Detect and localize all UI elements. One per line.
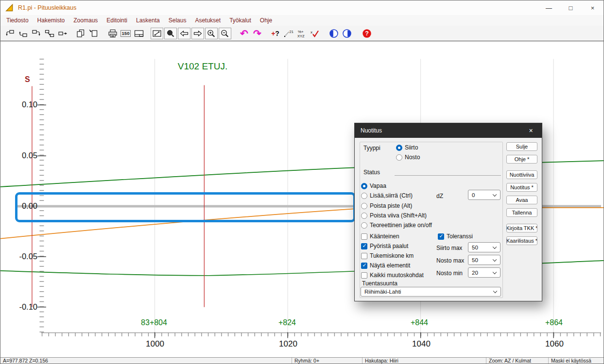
query-point-icon[interactable]: +? <box>269 27 282 40</box>
titlebar[interactable]: R1.pi - Pituusleikkaus — □ × <box>0 0 604 15</box>
print-icon[interactable] <box>106 27 119 40</box>
dz-combo[interactable]: 0 <box>468 190 500 200</box>
y-tick-label: 0.10 <box>3 100 37 109</box>
copy-icon[interactable] <box>74 27 87 40</box>
menubar: Tiedosto Hakemisto Zoomaus Editointi Las… <box>0 15 604 26</box>
minimize-button[interactable]: — <box>538 0 560 15</box>
pan-left-glyph <box>179 29 190 38</box>
window-title: R1.pi - Pituusleikkaus <box>18 4 76 11</box>
menu-hakemisto[interactable]: Hakemisto <box>33 15 69 26</box>
swap-panes-icon[interactable] <box>43 27 56 40</box>
menu-zoomaus[interactable]: Zoomaus <box>69 15 102 26</box>
menu-asetukset[interactable]: Asetukset <box>190 15 225 26</box>
move-pane-right-glyph <box>57 29 68 38</box>
radio-nosto-label: Nosto <box>405 154 420 161</box>
menu-tiedosto[interactable]: Tiedosto <box>2 15 33 26</box>
point-numbering-glyph: 21 <box>283 29 294 38</box>
redo-icon[interactable]: ↷ <box>251 27 264 40</box>
context-help-icon[interactable]: ? <box>360 27 373 40</box>
avaa-button[interactable]: Avaa <box>506 196 537 204</box>
tallenna-button[interactable]: Tallenna <box>506 208 537 217</box>
menu-selaus[interactable]: Selaus <box>164 15 191 26</box>
menu-tyokalut[interactable]: Työkalut <box>225 15 256 26</box>
checkbox-kaikki-muutoskohdat[interactable]: Kaikki muutoskohdat <box>361 272 424 279</box>
tuentasuunta-value: Riihimäki-Lahti <box>364 289 401 295</box>
next-view-icon[interactable] <box>340 27 353 40</box>
checkbox-box <box>361 233 367 240</box>
station-label: +864 <box>530 318 578 327</box>
status-search-mode: Hakutapa: Hiiri <box>362 358 486 364</box>
dialog-title: Nuotitus <box>361 127 382 134</box>
move-pane-left-icon[interactable] <box>3 27 17 40</box>
zoom-extents-icon[interactable] <box>151 28 163 39</box>
kirjoita-tkk-button[interactable]: Kirjoita TKK * <box>506 224 537 232</box>
radio-poista-viiva[interactable]: Poista viiva (Shift+Alt) <box>361 212 427 219</box>
validate-icon[interactable]: x <box>308 27 321 40</box>
radio-dot <box>396 154 402 161</box>
move-pane-up-icon[interactable] <box>17 27 30 40</box>
nosto-min-combo[interactable]: 20 <box>468 267 500 278</box>
zoom-out-glyph <box>220 29 230 38</box>
checkbox-tukemiskone-km[interactable]: Tukemiskone km <box>361 252 414 259</box>
station-label: 83+804 <box>130 318 178 327</box>
menu-editointi[interactable]: Editointi <box>102 15 132 26</box>
paste-icon[interactable] <box>87 27 100 40</box>
siirto-max-combo[interactable]: 50 <box>468 242 500 252</box>
checkbox-tukemiskone-label: Tukemiskone km <box>370 252 414 259</box>
toolbar: 150 ↶ ↷ +? 21 %+XYZ x ? <box>0 26 604 41</box>
selection-highlight[interactable] <box>15 192 356 222</box>
nuottiviiva-button[interactable]: Nuottiviiva <box>506 170 537 179</box>
pan-right-icon[interactable] <box>191 28 204 39</box>
checkbox-kaanteinen[interactable]: Käänteinen <box>361 233 399 240</box>
checkbox-box <box>438 233 444 240</box>
statusbar: A=977.872 Z=0.156 Ryhmä: 0+ Hakutapa: Hi… <box>0 357 604 364</box>
nuotitus-button[interactable]: Nuotitus * <box>506 183 537 192</box>
checkbox-toleranssi[interactable]: Toleranssi <box>438 233 473 240</box>
radio-lisaa-siirra[interactable]: Lisää,siirrä (Ctrl) <box>361 192 413 199</box>
radio-vapaa-label: Vapaa <box>370 182 386 189</box>
checkbox-box <box>361 272 367 279</box>
zoom-out-icon[interactable] <box>219 28 231 39</box>
maximize-button[interactable]: □ <box>560 0 582 15</box>
dialog-titlebar[interactable]: Nuotitus × <box>355 123 542 138</box>
checkbox-box <box>361 263 367 269</box>
nosto-max-combo[interactable]: 50 <box>468 255 500 265</box>
previous-view-icon[interactable] <box>327 27 340 40</box>
dz-value: 0 <box>472 192 475 198</box>
zoom-in-icon[interactable] <box>205 28 218 39</box>
move-pane-down-icon[interactable] <box>30 27 43 40</box>
checkbox-pyorista-paalut[interactable]: Pyöristä paalut <box>361 243 408 249</box>
coordinates-xyz-icon[interactable]: %+XYZ <box>295 27 308 40</box>
status-input[interactable] <box>395 165 501 176</box>
kaarilistaus-button[interactable]: Kaarilistaus * <box>506 236 537 245</box>
sulje-button[interactable]: Sulje <box>506 142 537 151</box>
radio-teoreettinen-jatke[interactable]: Teoreettinen jatke on/off <box>361 222 432 229</box>
menu-laskenta[interactable]: Laskenta <box>132 15 164 26</box>
station-label: +824 <box>263 318 311 327</box>
undo-icon[interactable]: ↶ <box>238 27 251 40</box>
zoom-window-icon[interactable] <box>164 28 177 39</box>
move-pane-right-icon[interactable] <box>56 27 69 40</box>
status-coordinates: A=977.872 Z=0.156 <box>0 358 292 364</box>
tuentasuunta-combo[interactable]: Riihimäki-Lahti <box>361 287 501 297</box>
radio-vapaa[interactable]: Vapaa <box>361 182 386 189</box>
y-tick-label: -0.05 <box>3 252 37 261</box>
dialog-close-button[interactable]: × <box>520 123 542 138</box>
context-help-glyph: ? <box>362 29 372 38</box>
checkbox-nayta-elementit[interactable]: Näytä elementit <box>361 262 410 269</box>
radio-nosto[interactable]: Nosto <box>396 154 420 161</box>
pan-left-icon[interactable] <box>178 28 190 39</box>
menu-ohje[interactable]: Ohje <box>256 15 276 26</box>
radio-poista-piste[interactable]: Poista piste (Alt) <box>361 202 412 209</box>
app-window: R1.pi - Pituusleikkaus — □ × Tiedosto Ha… <box>0 0 604 364</box>
checkbox-kaikki-label: Kaikki muutoskohdat <box>370 272 424 279</box>
validate-glyph: x <box>310 29 320 38</box>
ohje-button[interactable]: Ohje * <box>506 155 537 164</box>
print-scale-icon[interactable]: 150 <box>119 27 132 40</box>
status-zoom: Zoom: AZ / Kulmat <box>486 358 549 364</box>
radio-siirto[interactable]: Siirto <box>396 144 418 151</box>
close-button[interactable]: × <box>582 0 604 15</box>
move-pane-up-glyph <box>18 29 29 38</box>
drawing-sheet-icon[interactable] <box>132 27 145 40</box>
point-numbering-icon[interactable]: 21 <box>282 27 295 40</box>
